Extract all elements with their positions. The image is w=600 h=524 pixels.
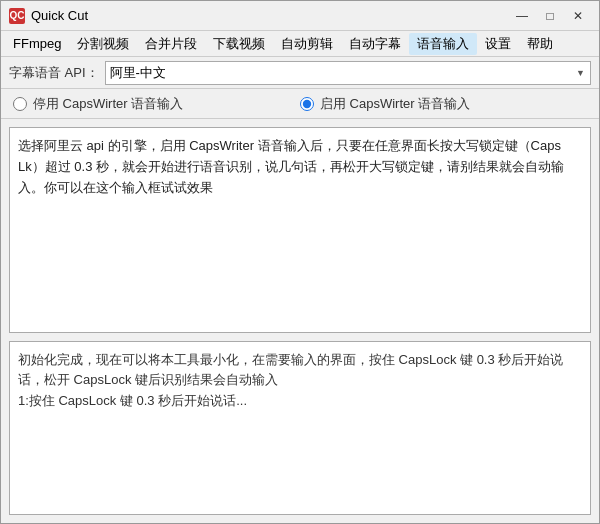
close-button[interactable]: ✕ [565,5,591,27]
menu-split-video[interactable]: 分割视频 [69,33,137,55]
api-select[interactable]: 阿里-中文 百度-中文 讯飞-中文 [105,61,591,85]
content-area: 选择阿里云 api 的引擎，启用 CapsWriter 语音输入后，只要在任意界… [1,119,599,523]
api-label: 字幕语音 API： [9,64,99,82]
menu-download-video[interactable]: 下载视频 [205,33,273,55]
radio-group-on: 启用 CapsWirter 语音输入 [300,95,587,113]
radio-off-label[interactable]: 停用 CapsWirter 语音输入 [33,95,183,113]
menu-voice-input[interactable]: 语音输入 [409,33,477,55]
radio-bar: 停用 CapsWirter 语音输入 启用 CapsWirter 语音输入 [1,89,599,119]
app-icon: QC [9,8,25,24]
radio-group-off: 停用 CapsWirter 语音输入 [13,95,300,113]
menu-auto-subtitle[interactable]: 自动字幕 [341,33,409,55]
bottom-text-display[interactable]: 初始化完成，现在可以将本工具最小化，在需要输入的界面，按住 CapsLock 键… [9,341,591,515]
maximize-button[interactable]: □ [537,5,563,27]
title-bar: QC Quick Cut — □ ✕ [1,1,599,31]
radio-on[interactable] [300,97,314,111]
menu-auto-edit[interactable]: 自动剪辑 [273,33,341,55]
radio-on-label[interactable]: 启用 CapsWirter 语音输入 [320,95,470,113]
window-title: Quick Cut [31,8,509,23]
menu-settings[interactable]: 设置 [477,33,519,55]
main-window: QC Quick Cut — □ ✕ FFmpeg 分割视频 合并片段 下载视频… [0,0,600,524]
toolbar: 字幕语音 API： 阿里-中文 百度-中文 讯飞-中文 [1,57,599,89]
menu-ffmpeg[interactable]: FFmpeg [5,34,69,53]
menu-bar: FFmpeg 分割视频 合并片段 下载视频 自动剪辑 自动字幕 语音输入 设置 … [1,31,599,57]
minimize-button[interactable]: — [509,5,535,27]
menu-merge-segments[interactable]: 合并片段 [137,33,205,55]
radio-off[interactable] [13,97,27,111]
menu-help[interactable]: 帮助 [519,33,561,55]
top-text-content: 选择阿里云 api 的引擎，启用 CapsWriter 语音输入后，只要在任意界… [18,138,564,195]
api-select-wrapper: 阿里-中文 百度-中文 讯飞-中文 [105,61,591,85]
top-text-display[interactable]: 选择阿里云 api 的引擎，启用 CapsWriter 语音输入后，只要在任意界… [9,127,591,333]
bottom-text-content: 初始化完成，现在可以将本工具最小化，在需要输入的界面，按住 CapsLock 键… [18,352,563,409]
window-controls: — □ ✕ [509,5,591,27]
